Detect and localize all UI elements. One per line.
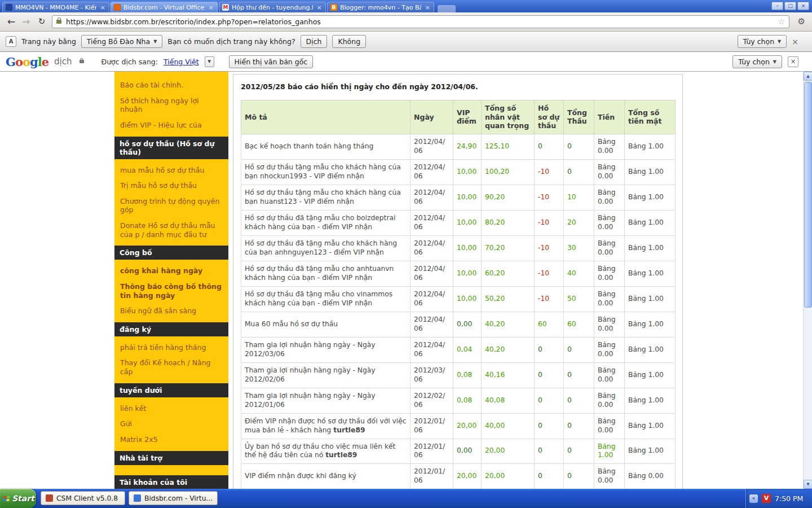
taskbar-task[interactable]: Bidsbr.com - Virtu...	[129, 491, 218, 505]
sidebar-item[interactable]: phải trả tiền hàng tháng	[114, 340, 228, 356]
show-original-button[interactable]: Hiển thị văn bản gốc	[229, 55, 314, 68]
sidebar-item[interactable]: Biểu ngữ đã sẵn sàng	[114, 303, 228, 319]
cell-total-cash: Bảng 1.00	[625, 159, 676, 185]
scrollbar-thumb[interactable]	[804, 82, 812, 308]
cell-bid-profiles: -10	[535, 159, 564, 185]
report-table: Mô tảNgàyVIP điểmTổng số nhân vật quan t…	[241, 100, 676, 489]
start-button[interactable]: Start	[0, 489, 36, 508]
cell-total-bids: 0	[564, 439, 594, 464]
table-row: VIP điểm nhận được khi đăng ký2012/01/06…	[241, 464, 676, 489]
antivirus-tray-icon[interactable]: V	[762, 494, 771, 503]
forward-button[interactable]: →	[19, 15, 33, 28]
gbar-close-icon[interactable]: ×	[788, 56, 798, 67]
scroll-up-arrow[interactable]: ▲	[804, 72, 812, 81]
tab-close-icon[interactable]: ×	[424, 5, 431, 11]
cell-date: 2012/04/06	[411, 210, 453, 235]
sidebar-item[interactable]: Donate Hồ sơ dự thầu mẫu của p / danh mụ…	[114, 218, 228, 242]
cell-bid-profiles: 0	[535, 388, 564, 413]
tab-title: Blogger: mmo4vn - Tạo Bài đă	[340, 4, 421, 11]
cell-bid-profiles: 60	[535, 312, 564, 337]
cell-total-characters: 70,20	[482, 235, 535, 261]
new-tab-button[interactable]	[438, 5, 456, 12]
tab-close-icon[interactable]: ×	[316, 5, 323, 11]
sidebar-menu: Báo cáo tài chính.Sở thích hàng ngày lợi…	[114, 72, 228, 489]
browser-tab[interactable]: MMO4VN - MMO4ME - Kiếm Tiề×	[2, 2, 109, 12]
window-controls: – □ ×	[771, 2, 809, 10]
cell-vip-points: 10,00	[453, 261, 482, 286]
infobar-question-label: Bạn có muốn dịch trang này không?	[167, 37, 295, 46]
sidebar-item[interactable]: liên kết	[114, 401, 228, 417]
column-header: Mô tả	[241, 100, 411, 134]
taskbar-task[interactable]: CSM Client v5.0.8	[41, 491, 125, 505]
browser-tab[interactable]: BBlogger: mmo4vn - Tạo Bài đă×	[327, 2, 434, 12]
tab-close-icon[interactable]: ×	[99, 5, 106, 11]
sidebar-item[interactable]: Chương trình tự động quyên góp	[114, 194, 228, 218]
cell-total-characters: 40,16	[482, 362, 535, 388]
sidebar-item[interactable]: Thay đổi Kế hoạch / Nâng cấp	[114, 355, 228, 379]
sidebar-item[interactable]: công khai hàng ngày	[114, 263, 228, 279]
back-button[interactable]: ←	[5, 15, 18, 28]
sidebar-item[interactable]: Báo cáo tài chính.	[114, 77, 228, 93]
table-row: Hồ sơ dự thầu đã tặng mẫu cho vinammos k…	[241, 286, 676, 312]
cell-description: Hồ sơ dự thầu tặng mẫu cho khách hàng củ…	[241, 185, 411, 210]
source-language-label: Tiếng Bồ Đào Nha	[87, 37, 150, 46]
minimize-button[interactable]: –	[771, 2, 783, 10]
cell-total-bids: 0	[564, 464, 594, 489]
reload-button[interactable]: ↻	[35, 15, 48, 28]
sidebar-item[interactable]: Sở thích hàng ngày lợi nhuận	[114, 93, 228, 117]
cell-total-bids: 0	[564, 413, 594, 439]
sidebar-item[interactable]: điểm VIP - Hiệu lực của	[114, 117, 228, 133]
tab-close-icon[interactable]: ×	[208, 5, 214, 11]
cell-total-characters: 40,20	[482, 312, 535, 337]
cell-vip-points: 10,00	[453, 235, 482, 261]
cell-total-cash: Bảng 1.00	[625, 337, 676, 362]
cell-description: Tham gia lợi nhuận hàng ngày - Ngày 2012…	[241, 362, 411, 388]
infobar-close-icon[interactable]: ×	[792, 38, 798, 46]
scroll-down-arrow[interactable]: ▼	[804, 480, 812, 489]
cell-description: Hồ sơ dự thầu đã tặng mẫu cho khách hàng…	[241, 235, 411, 261]
cell-total-characters: 125,10	[482, 134, 535, 159]
target-language-link[interactable]: Tiếng Việt	[164, 58, 199, 66]
language-dropdown-icon[interactable]: ▼	[205, 56, 214, 67]
cell-bid-profiles: -10	[535, 210, 564, 235]
browser-tab[interactable]: Bidsbr.com - Virtual Office×	[111, 2, 218, 12]
sidebar-item[interactable]: Trị mẫu hồ sơ dự thầu	[114, 178, 228, 194]
cell-vip-points: 20,00	[453, 464, 482, 489]
sidebar-item[interactable]: Matrix 2x5	[114, 432, 228, 448]
close-window-button[interactable]: ×	[797, 2, 809, 10]
cell-total-characters: 100,20	[482, 159, 535, 185]
cell-date: 2012/01/06	[411, 439, 453, 464]
tray-collapse-icon[interactable]: «	[749, 494, 758, 503]
tab-favicon	[6, 4, 12, 11]
source-language-dropdown[interactable]: Tiếng Bồ Đào Nha ▼	[81, 35, 163, 48]
cell-total-bids: 20	[564, 210, 594, 235]
sidebar-item[interactable]: Gửi	[114, 416, 228, 432]
cell-total-cash: Bảng 1.00	[625, 362, 676, 388]
cell-vip-points: 0,08	[453, 388, 482, 413]
cell-total-bids: 0	[564, 337, 594, 362]
tab-title: MMO4VN - MMO4ME - Kiếm Tiề	[15, 4, 96, 11]
browser-tab[interactable]: MHộp thư đến - tuyendung.lam×	[219, 2, 326, 12]
google-translate-bar: Google dịch Được dịch sang: Tiếng Việt ▼…	[0, 52, 812, 72]
chevron-down-icon: ▼	[153, 39, 157, 44]
cell-total-characters: 40,00	[482, 413, 535, 439]
cell-total-characters: 40,20	[482, 337, 535, 362]
sidebar-item[interactable]: Thông báo công bố thông tin hàng ngày	[114, 279, 228, 303]
gbar-options-button[interactable]: Tùy chọn ▼	[732, 55, 782, 68]
cell-description: Hồ sơ dự thầu đã tặng mẫu cho anhtuanvn …	[241, 261, 411, 286]
no-translate-button[interactable]: Không	[332, 35, 366, 48]
cell-username: turtle89	[325, 451, 357, 459]
address-bar[interactable]	[52, 15, 789, 28]
infobar-options-button[interactable]: Tùy chọn ▼	[738, 35, 787, 48]
start-label: Start	[12, 494, 34, 503]
task-icon	[46, 494, 53, 502]
cell-money: Bảng 0.00	[594, 388, 625, 413]
wrench-menu-icon[interactable]: ⚙	[798, 16, 805, 27]
translate-button[interactable]: Dịch	[301, 35, 328, 48]
sidebar-item[interactable]: mua mẫu hồ sơ dự thầu	[114, 163, 228, 178]
maximize-button[interactable]: □	[784, 2, 796, 10]
bookmark-star-icon[interactable]: ☆	[778, 17, 785, 25]
cell-date: 2012/04/06	[411, 337, 453, 362]
cell-date: 2012/02/06	[411, 388, 453, 413]
vertical-scrollbar[interactable]: ▲ ▼	[803, 72, 812, 489]
